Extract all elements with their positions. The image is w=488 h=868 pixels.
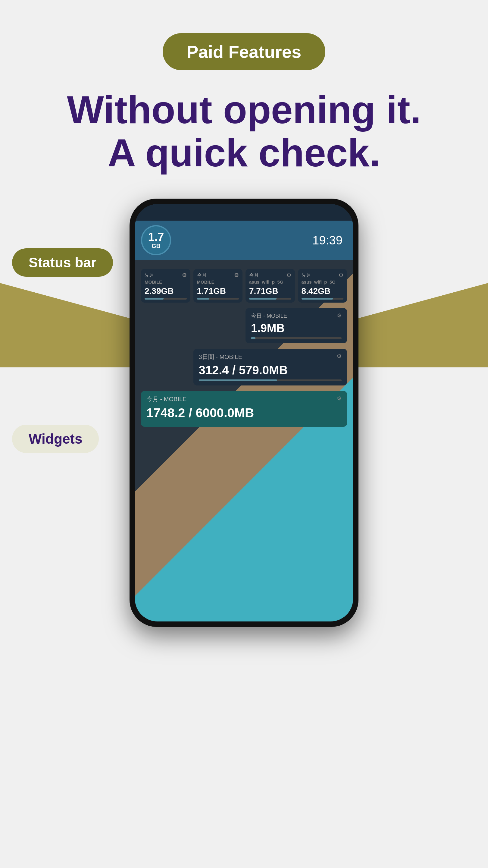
widget-month: 今月 - MOBILE ⚙ 1748.2 / 6000.0MB bbox=[141, 391, 347, 427]
status-circle: 1.7 GB bbox=[141, 225, 171, 255]
widget4-gear-icon[interactable]: ⚙ bbox=[338, 272, 344, 278]
widget1-period: 先月 bbox=[144, 272, 154, 278]
widget3-network: asus_wifi_p_5G bbox=[249, 279, 291, 284]
widget-month-value: 1748.2 / 6000.0MB bbox=[147, 406, 341, 420]
status-unit: GB bbox=[152, 243, 161, 250]
widget-last-month-wifi: 先月 ⚙ asus_wifi_p_5G 8.42GB bbox=[298, 269, 347, 303]
widget2-period: 今月 bbox=[197, 272, 207, 278]
hero-headline: Without opening it. A quick check. bbox=[43, 88, 445, 175]
phone-screen: 1.7 GB 19:39 先月 ⚙ MOBILE 2.39GB bbox=[135, 204, 353, 621]
widget-month-title: 今月 - MOBILE bbox=[147, 395, 187, 403]
widget-today-bar bbox=[251, 337, 341, 339]
widget-today-title: 今日 - MOBILE bbox=[251, 312, 287, 319]
widget2-network: MOBILE bbox=[197, 279, 239, 284]
widget4-bar bbox=[301, 298, 344, 300]
phone-status-bar-strip bbox=[135, 204, 353, 221]
widget-this-month-wifi: 今月 ⚙ asus_wifi_p_5G 7.71GB bbox=[246, 269, 295, 303]
widget2-bar bbox=[197, 298, 239, 300]
phone-mockup: 1.7 GB 19:39 先月 ⚙ MOBILE 2.39GB bbox=[130, 198, 358, 627]
widget3-bar bbox=[249, 298, 291, 300]
widget3-value: 7.71GB bbox=[249, 286, 291, 296]
widget4-network: asus_wifi_p_5G bbox=[301, 279, 344, 284]
status-bar-label: Status bar bbox=[12, 248, 113, 277]
widget-today: 今日 - MOBILE ⚙ 1.9MB bbox=[246, 308, 347, 343]
headline-line2: A quick check. bbox=[107, 131, 381, 175]
widget-today-gear-icon[interactable]: ⚙ bbox=[337, 312, 341, 319]
widget-this-month-mobile: 今月 ⚙ MOBILE 1.71GB bbox=[193, 269, 243, 303]
widget1-bar bbox=[144, 298, 187, 300]
widget2-value: 1.71GB bbox=[197, 286, 239, 296]
phone-home-screen: 先月 ⚙ MOBILE 2.39GB 今月 ⚙ bbox=[135, 260, 353, 621]
phone-section: Status bar Widgets 1.7 GB 19:39 bbox=[0, 198, 488, 627]
paid-features-badge: Paid Features bbox=[163, 33, 325, 70]
widget-last-month-mobile: 先月 ⚙ MOBILE 2.39GB bbox=[141, 269, 190, 303]
widget-month-gear-icon[interactable]: ⚙ bbox=[337, 395, 341, 403]
widgets-grid-row1: 先月 ⚙ MOBILE 2.39GB 今月 ⚙ bbox=[141, 269, 347, 427]
widget-3days: 3日間 - MOBILE ⚙ 312.4 / 579.0MB bbox=[193, 349, 347, 385]
headline-line1: Without opening it. bbox=[67, 88, 421, 132]
status-value: 1.7 bbox=[148, 231, 164, 243]
widget-3days-value: 312.4 / 579.0MB bbox=[199, 364, 342, 377]
widget-3days-bar bbox=[199, 379, 342, 381]
widget-today-value: 1.9MB bbox=[251, 322, 341, 335]
widget1-value: 2.39GB bbox=[144, 286, 187, 296]
widget1-network: MOBILE bbox=[144, 279, 187, 284]
widget3-gear-icon[interactable]: ⚙ bbox=[287, 272, 291, 278]
widget4-value: 8.42GB bbox=[301, 286, 344, 296]
widget-3days-gear-icon[interactable]: ⚙ bbox=[337, 353, 341, 361]
widget1-gear-icon[interactable]: ⚙ bbox=[182, 272, 187, 278]
widget4-period: 先月 bbox=[301, 272, 311, 278]
widget3-period: 今月 bbox=[249, 272, 259, 278]
widgets-label: Widgets bbox=[12, 425, 99, 453]
status-bar-widget: 1.7 GB 19:39 bbox=[135, 221, 353, 260]
status-time: 19:39 bbox=[313, 234, 343, 247]
widget2-gear-icon[interactable]: ⚙ bbox=[234, 272, 239, 278]
widget-3days-title: 3日間 - MOBILE bbox=[199, 353, 242, 361]
